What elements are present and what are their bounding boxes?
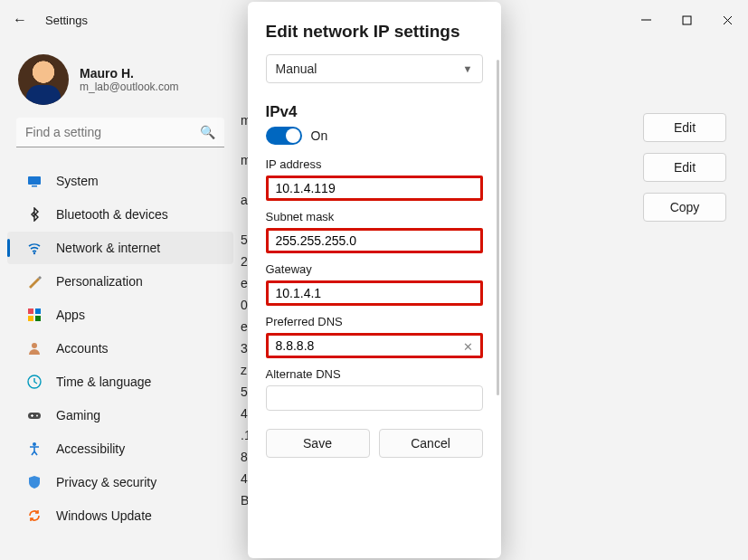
gateway-input[interactable]	[266, 280, 483, 306]
clear-icon[interactable]: ✕	[463, 340, 473, 354]
subnet-label: Subnet mask	[266, 210, 483, 223]
ip-settings-modal: Edit network IP settings Manual ▼ IPv4 O…	[248, 2, 501, 558]
dns1-label: Preferred DNS	[266, 315, 483, 328]
ipv4-heading: IPv4	[266, 103, 483, 121]
ipv4-toggle[interactable]	[266, 127, 302, 145]
modal-title: Edit network IP settings	[266, 22, 483, 42]
save-button[interactable]: Save	[266, 429, 370, 458]
chevron-down-icon: ▼	[463, 63, 473, 74]
dns2-label: Alternate DNS	[266, 367, 483, 381]
subnet-mask-input[interactable]	[266, 228, 483, 253]
gateway-label: Gateway	[266, 262, 483, 276]
cancel-button[interactable]: Cancel	[379, 429, 483, 458]
ip-mode-value: Manual	[276, 62, 317, 76]
ip-label: IP address	[266, 157, 483, 171]
ip-address-input[interactable]	[266, 176, 483, 201]
ipv4-toggle-label: On	[311, 128, 328, 143]
preferred-dns-input[interactable]: ✕	[266, 333, 483, 358]
ip-mode-select[interactable]: Manual ▼	[266, 54, 483, 83]
alternate-dns-input[interactable]	[266, 385, 483, 411]
modal-scrollbar[interactable]	[497, 60, 499, 395]
modal-overlay: Edit network IP settings Manual ▼ IPv4 O…	[0, 0, 748, 560]
